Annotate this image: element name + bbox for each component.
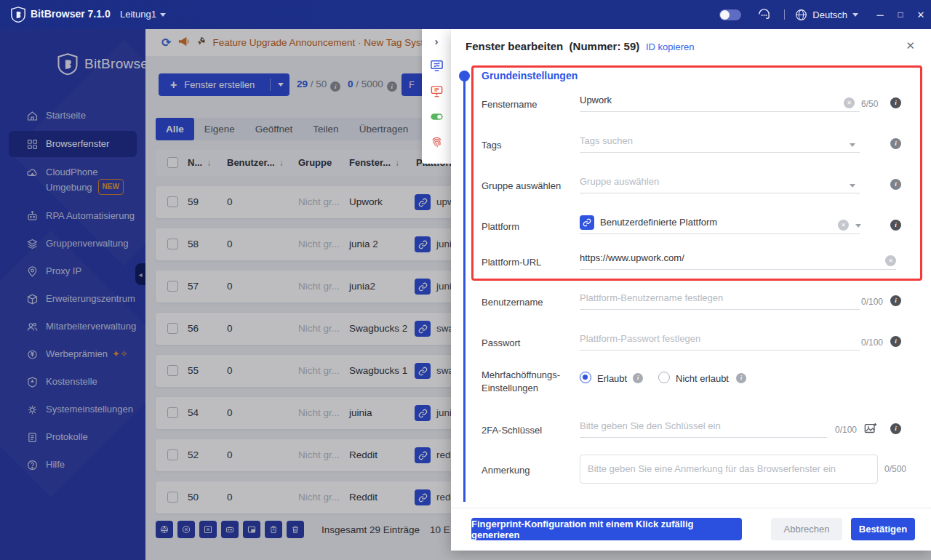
chevron-down-icon (160, 13, 166, 17)
anmerkung-textarea[interactable]: Bitte geben Sie eine Anmerkung für das B… (580, 455, 878, 484)
char-counter: 0/500 (884, 464, 906, 474)
confirm-button[interactable]: Bestätigen (851, 518, 915, 540)
field-label-url: Plattform-URL (482, 256, 578, 269)
globe-icon (795, 9, 807, 21)
modal-title: Fenster bearbeiten (Nummer: 59) (466, 40, 639, 52)
benutzername-input[interactable]: Plattform-Benutzername festlegen (580, 292, 860, 310)
field-label-2fa: 2FA-Schlüssel (482, 424, 578, 437)
radio-erlaubt[interactable] (580, 372, 591, 383)
maximize-button[interactable]: □ (890, 9, 911, 20)
platform-link-icon (580, 215, 594, 230)
underline (580, 233, 600, 234)
window-number: (Nummer: 59) (570, 40, 640, 52)
field-label-benutzername: Benutzername (482, 296, 578, 309)
chevron-down-icon[interactable] (850, 184, 855, 188)
field-label-gruppe: Gruppe auswählen (482, 180, 578, 193)
collapse-chevron-icon[interactable]: › (435, 35, 439, 47)
twofa-input[interactable]: Bitte geben Sie den Schlüssel ein (580, 420, 827, 438)
plattform-select[interactable]: Benutzerdefinierte Plattform (600, 217, 860, 234)
tags-input[interactable]: Tags suchen (580, 135, 860, 153)
toggle-icon[interactable] (430, 110, 444, 124)
scan-image-icon[interactable] (864, 423, 877, 434)
info-icon[interactable]: i (890, 295, 901, 306)
info-icon[interactable]: i (890, 97, 901, 108)
info-icon[interactable]: i (890, 336, 901, 347)
clear-icon[interactable]: ✕ (844, 97, 855, 108)
field-label-fenstername: Fenstername (482, 98, 578, 111)
char-counter: 6/50 (861, 99, 878, 109)
info-icon[interactable]: i (633, 373, 643, 383)
app-logo-icon (10, 7, 26, 23)
divider (784, 9, 785, 20)
svg-text:IP: IP (434, 87, 439, 92)
clear-icon[interactable]: ✕ (885, 255, 896, 266)
titlebar: BitBrowser 7.1.0 Leitung1 Deutsch ─ □ ✕ (0, 0, 931, 29)
cancel-button[interactable]: Abbrechen (771, 518, 842, 540)
info-icon[interactable]: i (736, 373, 746, 383)
char-counter: 0/100 (861, 337, 883, 348)
ip-check-icon[interactable]: IP (430, 84, 444, 98)
radio-label-nicht-erlaubt[interactable]: Nicht erlaubt (676, 373, 729, 384)
radio-label-erlaubt[interactable]: Erlaubt (597, 373, 627, 384)
clear-icon[interactable]: ✕ (838, 220, 849, 231)
fenstername-input[interactable]: Upwork (580, 95, 860, 112)
generate-fingerprint-button[interactable]: Fingerprint-Konfiguration mit einem Klic… (471, 518, 742, 540)
info-icon[interactable]: i (890, 138, 901, 149)
app-window: BitBrowser 7.1.0 Leitung1 Deutsch ─ □ ✕ … (0, 0, 931, 560)
fingerprint-icon[interactable] (430, 135, 444, 149)
radio-nicht-erlaubt[interactable] (658, 372, 670, 383)
support-icon[interactable] (757, 8, 771, 22)
url-input[interactable]: https://www.upwork.com/ (580, 252, 896, 270)
timeline-line (463, 80, 466, 502)
minimize-button[interactable]: ─ (870, 9, 890, 20)
language-selector[interactable]: Deutsch (812, 9, 847, 20)
chevron-down-icon[interactable] (855, 224, 861, 228)
field-label-anmerkung: Anmerkung (482, 464, 578, 477)
field-label-mehrfach: Mehrfachöffnungs-Einstellungen (482, 369, 578, 395)
field-label-passwort: Passwort (482, 337, 578, 350)
gruppe-select[interactable]: Gruppe auswählen (580, 176, 860, 193)
quick-toolbar: › IP (422, 29, 451, 164)
info-icon[interactable]: i (890, 423, 901, 434)
chevron-down-icon[interactable] (850, 143, 855, 147)
char-counter: 0/100 (861, 297, 883, 307)
footer-divider (451, 508, 931, 508)
close-icon[interactable]: ✕ (906, 39, 915, 52)
section-title: Grundeinstellungen (482, 70, 578, 81)
field-label-tags: Tags (482, 139, 578, 152)
theme-toggle[interactable] (719, 9, 741, 20)
window-sync-icon[interactable] (430, 59, 444, 73)
chevron-down-icon (852, 13, 858, 17)
info-icon[interactable]: i (890, 220, 901, 231)
passwort-input[interactable]: Plattform-Passwort festlegen (580, 333, 860, 351)
channel-selector[interactable]: Leitung1 (120, 9, 166, 20)
char-counter: 0/100 (835, 425, 857, 435)
field-label-plattform: Plattform (482, 220, 578, 233)
close-window-button[interactable]: ✕ (911, 9, 931, 20)
edit-window-modal: Fenster bearbeiten (Nummer: 59) ID kopie… (451, 29, 931, 551)
info-icon[interactable]: i (890, 179, 901, 190)
app-title: BitBrowser 7.1.0 (31, 8, 111, 20)
copy-id-link[interactable]: ID kopieren (646, 41, 694, 52)
